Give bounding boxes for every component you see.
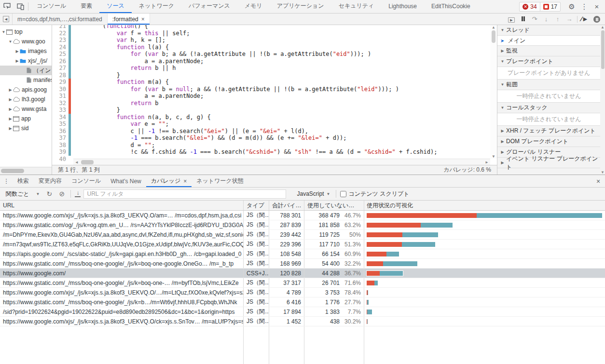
sidebar-section-監視[interactable]: ▶監視 bbox=[497, 46, 600, 56]
table-row[interactable]: https://www.google.com/xjs/_/js/k=xjs.s.… bbox=[0, 288, 605, 297]
editor-vscrollbar[interactable]: ▲ ▼ bbox=[490, 25, 497, 159]
sidebar-section-ブレークポイント[interactable]: ▼ブレークポイント bbox=[497, 56, 600, 67]
drawer-tab-検索[interactable]: 検索 bbox=[13, 175, 34, 187]
sidebar-section-XHR / フェッチ ブレークポイント[interactable]: ▶XHR / フェッチ ブレークポイント bbox=[497, 126, 600, 136]
column-header-3[interactable]: 使用していない… bbox=[304, 201, 364, 210]
line-number[interactable]: 27 bbox=[52, 65, 69, 72]
settings-gear-icon[interactable]: ⚙ bbox=[565, 2, 578, 11]
table-row[interactable]: https://www.google.com/xjs/_/js/k=xjs.s.… bbox=[0, 317, 605, 326]
pause-on-exceptions-icon[interactable] bbox=[591, 15, 602, 23]
tree-item-sid[interactable]: ▶sid bbox=[0, 123, 52, 133]
sidebar-section-イベント リスナー ブレークポイント[interactable]: ▶イベント リスナー ブレークポイント bbox=[497, 158, 600, 168]
line-number[interactable]: 36 bbox=[52, 128, 69, 135]
close-tab-icon[interactable]: × bbox=[141, 16, 145, 23]
main-tab-メモリ[interactable]: メモリ bbox=[237, 0, 270, 13]
line-number[interactable]: 32 bbox=[52, 100, 69, 107]
table-row[interactable]: https://www.google.com/CSS+J…120 82844 2… bbox=[0, 269, 605, 278]
drawer-tab-カバレッジ[interactable]: カバレッジ× bbox=[146, 175, 192, 187]
tree-item-wwwgsta[interactable]: ▶www.gsta bbox=[0, 104, 52, 114]
scroll-up-icon[interactable]: ▲ bbox=[490, 25, 497, 29]
line-number[interactable]: 31 bbox=[52, 93, 69, 100]
line-number[interactable]: 26 bbox=[52, 58, 69, 65]
drawer-menu-icon[interactable]: ⋮ bbox=[0, 175, 13, 187]
table-row[interactable]: /m=n73qwf,ws9Tlc,IZT63,e5qFLc,GkRiKb,UUJ… bbox=[0, 240, 605, 249]
more-options-icon[interactable]: ⋮ bbox=[578, 2, 591, 11]
step-out-icon[interactable]: ↑ bbox=[552, 15, 563, 23]
content-scripts-checkbox[interactable]: コンテンツ スクリプト bbox=[340, 190, 409, 198]
step-into-icon[interactable]: ↓ bbox=[541, 15, 551, 23]
sidebar-section-範囲[interactable]: ▼範囲 bbox=[497, 80, 600, 90]
drawer-tab-コンソール[interactable]: コンソール bbox=[67, 175, 106, 187]
tree-arrow-icon[interactable]: ▼ bbox=[8, 40, 13, 44]
drawer-tab-ネットワーク状態[interactable]: ネットワーク状態 bbox=[192, 175, 248, 187]
navigator-hscrollbar[interactable] bbox=[0, 167, 52, 175]
tree-arrow-icon[interactable]: ▼ bbox=[1, 30, 6, 34]
clear-icon[interactable]: ⊘ bbox=[57, 190, 67, 198]
error-badge[interactable]: ✕ 34 bbox=[520, 2, 539, 11]
table-row[interactable]: https://www.gstatic.com/_/mss/boq-one-go… bbox=[0, 259, 605, 269]
tree-item-top[interactable]: ▼top bbox=[0, 27, 52, 37]
tree-item-xjs_js[interactable]: ▶xjs/_/js/ bbox=[0, 56, 52, 66]
main-tab-コンソール[interactable]: コンソール bbox=[29, 0, 73, 13]
scrollbar-thumb[interactable] bbox=[81, 160, 94, 164]
scrollbar-thumb[interactable] bbox=[601, 30, 605, 69]
scroll-right-icon[interactable]: ▶ bbox=[483, 160, 490, 164]
table-row[interactable]: https://www.gstatic.com/og/_/js/k=og.qtm… bbox=[0, 220, 605, 230]
url-filter-input[interactable] bbox=[83, 189, 286, 199]
tree-arrow-icon[interactable]: ▶ bbox=[8, 126, 13, 131]
line-number[interactable]: 21 bbox=[52, 25, 69, 30]
line-number[interactable]: 29 bbox=[52, 79, 69, 86]
toggle-debugger-panel-icon[interactable]: ▶ bbox=[506, 15, 517, 23]
device-toolbar-icon[interactable] bbox=[14, 0, 27, 13]
checkbox[interactable] bbox=[340, 191, 346, 197]
tree-item-lh3googl[interactable]: ▶lh3.googl bbox=[0, 94, 52, 104]
line-number[interactable]: 24 bbox=[52, 44, 69, 51]
scrollbar-thumb[interactable] bbox=[492, 30, 495, 43]
scroll-down-icon[interactable]: ▼ bbox=[599, 170, 605, 175]
line-number[interactable]: 33 bbox=[52, 107, 69, 114]
tree-item-apisgoog[interactable]: ▶apis.goog bbox=[0, 85, 52, 94]
line-number[interactable]: 39 bbox=[52, 148, 69, 156]
deactivate-breakpoints-icon[interactable]: ▶ bbox=[580, 16, 591, 22]
main-tab-EditThisCookie[interactable]: EditThisCookie bbox=[424, 0, 478, 13]
drawer-close-icon[interactable]: × bbox=[591, 175, 605, 187]
pause-script-icon[interactable] bbox=[518, 15, 528, 23]
tree-arrow-icon[interactable]: ▶ bbox=[8, 88, 13, 92]
table-row[interactable]: https://apis.google.com/_/scs/abc-static… bbox=[0, 249, 605, 259]
line-number[interactable]: 22 bbox=[52, 30, 69, 37]
tree-item-wwwgoo[interactable]: ▼www.goo bbox=[0, 37, 52, 46]
close-tab-icon[interactable]: × bbox=[183, 178, 187, 185]
table-row[interactable]: https://www.gstatic.com/_/mss/boq-one-go… bbox=[0, 297, 605, 307]
sidebar-section-スレッド[interactable]: ▼スレッド bbox=[497, 25, 600, 36]
main-tab-パフォーマンス[interactable]: パフォーマンス bbox=[181, 0, 237, 13]
line-number[interactable]: 34 bbox=[52, 114, 69, 121]
line-number[interactable]: 23 bbox=[52, 37, 69, 44]
column-header-2[interactable]: 合計バイ… bbox=[269, 201, 304, 210]
tree-item-manifes[interactable]: manifes bbox=[0, 75, 52, 85]
scroll-up-icon[interactable]: ▲ bbox=[599, 25, 605, 29]
code-editor[interactable]: 21 (function() {22 var f = this || self;… bbox=[52, 25, 497, 165]
main-tab-ネットワーク[interactable]: ネットワーク bbox=[132, 0, 181, 13]
line-number[interactable]: 28 bbox=[52, 72, 69, 79]
coverage-scope-select[interactable]: 関数ごと ▼ bbox=[4, 189, 41, 199]
scroll-down-icon[interactable]: ▼ bbox=[490, 154, 497, 159]
tree-item-app[interactable]: ▶app bbox=[0, 114, 52, 123]
step-over-icon[interactable]: ↷ bbox=[529, 15, 540, 23]
tree-arrow-icon[interactable]: ▶ bbox=[8, 97, 13, 102]
table-row[interactable]: /m=DhPYme,EkevXb,GU4Gab,NzU6V,aa,abd,asy… bbox=[0, 230, 605, 240]
drawer-tab-What's New[interactable]: What's New bbox=[106, 175, 146, 187]
inspect-element-icon[interactable] bbox=[0, 0, 14, 13]
scrollbar-thumb[interactable] bbox=[1, 169, 24, 173]
line-number[interactable]: 35 bbox=[52, 121, 69, 128]
sidebar-section-コールスタック[interactable]: ▼コールスタック bbox=[497, 103, 600, 113]
coverage-type-select[interactable]: JavaScript ▼ bbox=[295, 189, 332, 198]
sidebar-scrollbar[interactable]: ▲ ▼ bbox=[600, 25, 605, 175]
line-number[interactable]: 38 bbox=[52, 142, 69, 149]
tree-arrow-icon[interactable]: ▶ bbox=[8, 117, 13, 121]
hide-navigator-icon[interactable]: ◀ bbox=[0, 13, 13, 25]
tree-item-images[interactable]: ▶images bbox=[0, 46, 52, 56]
table-row[interactable]: https://www.google.com/xjs/_/js/k=xjs.s.… bbox=[0, 211, 605, 220]
tree-arrow-icon[interactable]: ▶ bbox=[14, 49, 20, 54]
drawer-tab-変更内容[interactable]: 変更内容 bbox=[34, 175, 67, 187]
table-row[interactable]: /sid?prid=19022624&pgid=19022622&puid=e8… bbox=[0, 307, 605, 317]
